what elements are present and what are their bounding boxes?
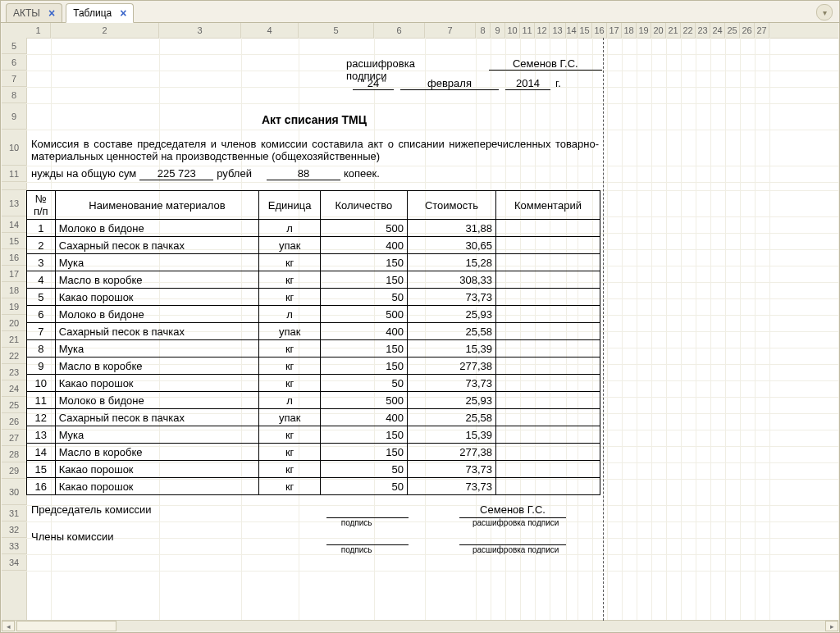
cell-comment[interactable] [495, 461, 600, 478]
cell-qty[interactable]: 500 [320, 220, 407, 237]
table-row[interactable]: 7Сахарный песок в пачкахупак40025,58 [27, 323, 600, 340]
col-header[interactable]: 2 [51, 23, 159, 38]
table-row[interactable]: 1Молоко в бидонел50031,88 [27, 220, 600, 237]
row-header[interactable]: 11 [2, 166, 26, 182]
cell-name[interactable]: Масло в коробке [55, 271, 259, 289]
table-row[interactable]: 2Сахарный песок в пачкахупак40030,65 [27, 237, 600, 254]
cell-comment[interactable] [495, 306, 600, 323]
row-header[interactable]: 6 [2, 54, 26, 71]
cell-comment[interactable] [495, 444, 600, 461]
cell-comment[interactable] [495, 357, 600, 375]
cell-n[interactable]: 6 [27, 306, 56, 323]
cell-qty[interactable]: 150 [320, 271, 407, 289]
cell-unit[interactable]: кг [259, 271, 321, 289]
row-header[interactable]: 18 [2, 282, 26, 298]
col-header[interactable]: 27 [755, 23, 769, 38]
table-row[interactable]: 4Масло в коробкекг150308,33 [27, 271, 600, 289]
cell-n[interactable]: 4 [27, 271, 56, 289]
col-header[interactable]: 17 [607, 23, 622, 38]
chair-name[interactable]: Семенов Г.С. [459, 503, 566, 518]
row-header[interactable]: 14 [2, 216, 26, 233]
date-month[interactable]: февраля [400, 77, 499, 90]
cell-name[interactable]: Сахарный песок в пачках [55, 409, 259, 426]
cell-name[interactable]: Молоко в бидоне [55, 392, 259, 409]
col-header[interactable]: 5 [299, 23, 374, 38]
cell-cost[interactable]: 73,73 [407, 375, 495, 392]
col-header[interactable]: 16 [592, 23, 607, 38]
cell-name[interactable]: Сахарный песок в пачках [55, 237, 259, 254]
row-header[interactable]: 19 [2, 298, 26, 315]
cell-n[interactable]: 3 [27, 254, 56, 271]
spreadsheet[interactable]: 1234567891011121314151617181920212223242… [2, 23, 838, 621]
cell-n[interactable]: 5 [27, 289, 56, 306]
row-header[interactable]: 8 [2, 87, 26, 103]
cell-qty[interactable]: 50 [320, 478, 407, 495]
cell-cost[interactable]: 25,58 [407, 409, 495, 426]
cell-cost[interactable]: 15,39 [407, 340, 495, 357]
cell-name[interactable]: Мука [55, 254, 259, 271]
cell-qty[interactable]: 150 [320, 444, 407, 461]
cell-n[interactable]: 15 [27, 461, 56, 478]
cell-comment[interactable] [495, 340, 600, 357]
cell-qty[interactable]: 50 [320, 289, 407, 306]
cell-n[interactable]: 9 [27, 357, 56, 375]
cell-name[interactable]: Какао порошок [55, 461, 259, 478]
cell-name[interactable]: Масло в коробке [55, 444, 259, 461]
col-header[interactable]: 19 [637, 23, 651, 38]
cell-cost[interactable]: 277,38 [407, 444, 495, 461]
date-year[interactable]: 2014 [505, 77, 550, 90]
col-header[interactable]: 25 [725, 23, 740, 38]
totals-kop[interactable]: 88 [267, 167, 340, 180]
row-header[interactable]: 16 [2, 249, 26, 266]
cell-comment[interactable] [495, 237, 600, 254]
col-header[interactable]: 1 [26, 23, 51, 38]
row-header[interactable]: 26 [2, 413, 26, 430]
row-header[interactable]: 15 [2, 233, 26, 249]
cell-cost[interactable]: 25,58 [407, 323, 495, 340]
row-header[interactable]: 34 [2, 554, 26, 571]
cell-n[interactable]: 13 [27, 426, 56, 444]
cell-name[interactable]: Какао порошок [55, 478, 259, 495]
cell-n[interactable]: 14 [27, 444, 56, 461]
col-header[interactable]: 4 [241, 23, 299, 38]
materials-table[interactable]: № п/п Наименование материалов Единица Ко… [26, 190, 600, 495]
col-header[interactable]: 11 [520, 23, 535, 38]
row-header[interactable]: 25 [2, 397, 26, 413]
cell-n[interactable]: 11 [27, 392, 56, 409]
cell-cost[interactable]: 30,65 [407, 237, 495, 254]
cell-qty[interactable]: 500 [320, 306, 407, 323]
col-header[interactable]: 18 [622, 23, 637, 38]
table-row[interactable]: 10Какао порошоккг5073,73 [27, 375, 600, 392]
cell-unit[interactable]: кг [259, 289, 321, 306]
cell-unit[interactable]: упак [259, 237, 321, 254]
table-row[interactable]: 15Какао порошоккг5073,73 [27, 461, 600, 478]
table-row[interactable]: 13Мукакг15015,39 [27, 426, 600, 444]
cell-cost[interactable]: 73,73 [407, 461, 495, 478]
col-header[interactable]: 12 [535, 23, 550, 38]
row-header[interactable]: 7 [2, 71, 26, 87]
cell-qty[interactable]: 150 [320, 357, 407, 375]
cell-unit[interactable]: л [259, 392, 321, 409]
cell-cost[interactable]: 15,28 [407, 254, 495, 271]
cell-name[interactable]: Мука [55, 426, 259, 444]
cell-comment[interactable] [495, 375, 600, 392]
row-header[interactable]: 32 [2, 521, 26, 538]
cell-qty[interactable]: 400 [320, 409, 407, 426]
row-header[interactable]: 28 [2, 446, 26, 462]
table-row[interactable]: 12Сахарный песок в пачкахупак40025,58 [27, 409, 600, 426]
cell-unit[interactable]: кг [259, 461, 321, 478]
cell-name[interactable]: Какао порошок [55, 375, 259, 392]
sig-name-value[interactable]: Семенов Г.С. [489, 57, 602, 71]
cell-unit[interactable]: кг [259, 444, 321, 461]
cell-n[interactable]: 2 [27, 237, 56, 254]
cell-name[interactable]: Какао порошок [55, 289, 259, 306]
cell-cost[interactable]: 308,33 [407, 271, 495, 289]
cell-comment[interactable] [495, 323, 600, 340]
tab-akty[interactable]: АКТЫ × [6, 3, 62, 22]
cell-unit[interactable]: кг [259, 254, 321, 271]
row-header[interactable]: 5 [2, 38, 26, 54]
table-row[interactable]: 5Какао порошоккг5073,73 [27, 289, 600, 306]
cell-n[interactable]: 7 [27, 323, 56, 340]
row-header[interactable]: 27 [2, 430, 26, 446]
table-row[interactable]: 11Молоко в бидонел50025,93 [27, 392, 600, 409]
